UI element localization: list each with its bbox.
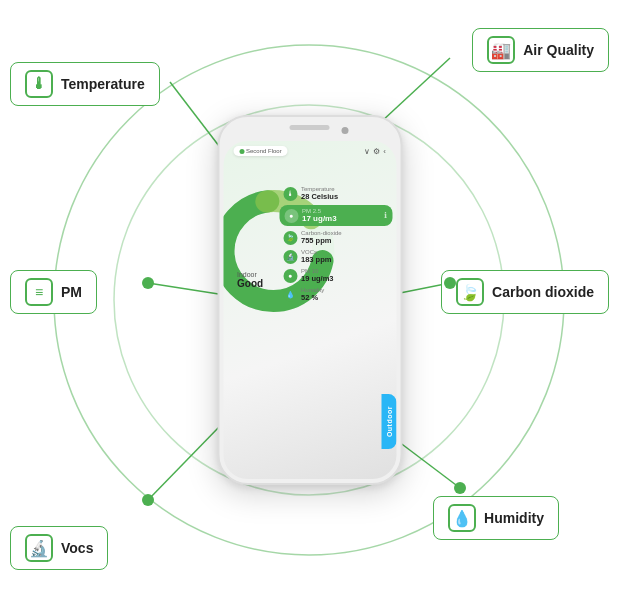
carbon-dioxide-box-label: Carbon dioxide xyxy=(492,284,594,300)
temperature-text: Temperature 28 Celsius xyxy=(301,186,338,201)
data-list: 🌡 Temperature 28 Celsius ● PM 2.5 17 ug/… xyxy=(283,186,392,302)
pm10-icon: ● xyxy=(283,269,297,283)
dot-humidity xyxy=(454,482,466,494)
settings-icon[interactable]: ⚙ xyxy=(373,147,380,156)
location-pill[interactable]: Second Floor xyxy=(233,146,288,156)
status-bar: Second Floor ∨ ⚙ ‹ xyxy=(223,141,396,159)
air-quality-box-label: Air Quality xyxy=(523,42,594,58)
vocs-icon: 🔬 xyxy=(283,250,297,264)
data-item-co2: 🍃 Carbon-dioxide 755 ppm xyxy=(283,230,392,245)
data-item-temperature: 🌡 Temperature 28 Celsius xyxy=(283,186,392,201)
co2-icon: 🍃 xyxy=(283,231,297,245)
svg-line-4 xyxy=(148,283,225,295)
label-pm[interactable]: ≡ PM xyxy=(10,270,97,314)
data-item-pm25: ● PM 2.5 17 ug/m3 ℹ xyxy=(279,205,392,226)
pm10-value: 19 ug/m3 xyxy=(301,274,334,283)
vocs-box-label: Vocs xyxy=(61,540,93,556)
data-item-pm10: ● PM 10 19 ug/m3 xyxy=(283,268,392,283)
temperature-box-icon: 🌡 xyxy=(25,70,53,98)
dot-vocs xyxy=(142,494,154,506)
pm10-text: PM 10 19 ug/m3 xyxy=(301,268,334,283)
indoor-value: Good xyxy=(237,278,263,289)
carbon-dioxide-box-icon: 🍃 xyxy=(456,278,484,306)
indoor-label: Indoor Good xyxy=(237,271,263,289)
temperature-value: 28 Celsius xyxy=(301,192,338,201)
label-carbon-dioxide[interactable]: 🍃 Carbon dioxide xyxy=(441,270,609,314)
back-icon[interactable]: ‹ xyxy=(383,147,386,156)
humidity-value: 52 % xyxy=(301,293,324,302)
vocs-value: 183 ppm xyxy=(301,255,331,264)
dot-pm xyxy=(142,277,154,289)
dot-carbon-dioxide xyxy=(444,277,456,289)
vocs-box-icon: 🔬 xyxy=(25,534,53,562)
pm25-icon: ● xyxy=(284,209,298,223)
humidity-text: Humidity 52 % xyxy=(301,287,324,302)
co2-text: Carbon-dioxide 755 ppm xyxy=(301,230,342,245)
pm25-value: 17 ug/m3 xyxy=(302,214,337,223)
data-item-humidity: 💧 Humidity 52 % xyxy=(283,287,392,302)
phone-notch xyxy=(290,125,330,130)
status-icons: ∨ ⚙ ‹ xyxy=(364,147,386,156)
indoor-text: Indoor xyxy=(237,271,263,278)
location-text: Second Floor xyxy=(246,148,282,154)
phone-screen: Second Floor ∨ ⚙ ‹ Indoor Good xyxy=(223,141,396,479)
phone: Second Floor ∨ ⚙ ‹ Indoor Good xyxy=(217,115,402,485)
air-quality-box-icon: 🏭 xyxy=(487,36,515,64)
humidity-box-label: Humidity xyxy=(484,510,544,526)
pm25-info-icon: ℹ xyxy=(384,211,387,220)
co2-value: 755 ppm xyxy=(301,236,342,245)
label-air-quality[interactable]: 🏭 Air Quality xyxy=(472,28,609,72)
vocs-text: VOCs 183 ppm xyxy=(301,249,331,264)
pm25-text: PM 2.5 17 ug/m3 xyxy=(302,208,337,223)
pm-box-icon: ≡ xyxy=(25,278,53,306)
temperature-box-label: Temperature xyxy=(61,76,145,92)
label-vocs[interactable]: 🔬 Vocs xyxy=(10,526,108,570)
main-scene: Second Floor ∨ ⚙ ‹ Indoor Good xyxy=(0,0,619,600)
temperature-icon: 🌡 xyxy=(283,187,297,201)
label-temperature[interactable]: 🌡 Temperature xyxy=(10,62,160,106)
pm-box-label: PM xyxy=(61,284,82,300)
phone-camera xyxy=(341,127,348,134)
humidity-box-icon: 💧 xyxy=(448,504,476,532)
humidity-icon: 💧 xyxy=(283,288,297,302)
chevron-icon: ∨ xyxy=(364,147,370,156)
label-humidity[interactable]: 💧 Humidity xyxy=(433,496,559,540)
data-item-vocs: 🔬 VOCs 183 ppm xyxy=(283,249,392,264)
outdoor-button[interactable]: Outdoor xyxy=(381,394,396,449)
location-dot xyxy=(239,149,244,154)
